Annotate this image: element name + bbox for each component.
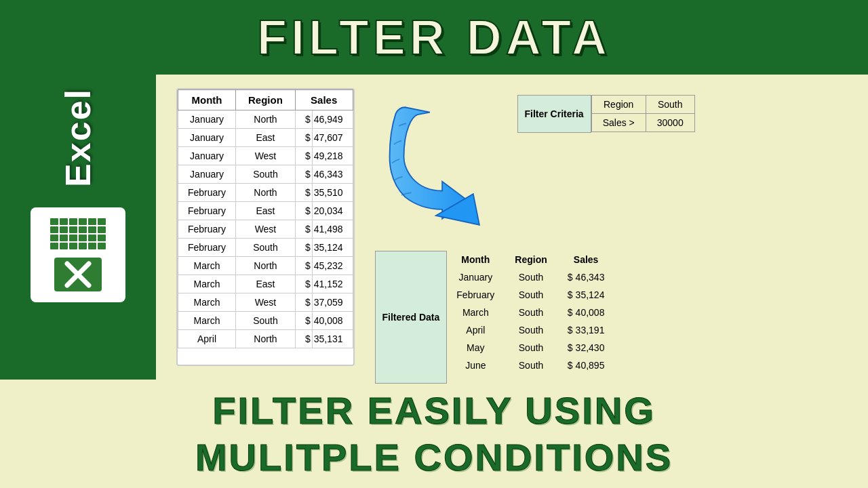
filtered-region: South — [504, 268, 557, 286]
criteria-col2: South — [646, 96, 694, 114]
cell-sales: 41,498 — [312, 220, 353, 239]
cell-dollar: $ — [295, 165, 312, 184]
filtered-sales: 40,008 — [574, 304, 614, 321]
filtered-col-month: Month — [447, 251, 504, 268]
grid-cell — [98, 226, 106, 233]
filtered-region: South — [504, 304, 557, 321]
cell-region: East — [236, 129, 296, 147]
filtered-data-label: Filtered Data — [375, 251, 448, 384]
filtered-dollar: $ — [558, 268, 574, 286]
cell-dollar: $ — [295, 220, 312, 239]
cell-sales: 35,124 — [312, 239, 353, 257]
cell-month: February — [178, 184, 236, 202]
filtered-month: February — [447, 286, 504, 304]
left-sidebar: Excel — [0, 75, 156, 380]
cell-sales: 40,008 — [312, 312, 353, 330]
grid-cell — [69, 218, 77, 225]
filtered-month: April — [447, 321, 504, 339]
filtered-row: June South $ 40,895 — [447, 357, 614, 374]
spreadsheet-table: Month Region Sales January North $ 46,94… — [178, 89, 353, 348]
grid-cell — [50, 243, 58, 249]
criteria-col1: Region — [591, 96, 646, 114]
cell-dollar: $ — [295, 202, 312, 220]
cell-region: East — [236, 202, 296, 220]
grid-cell — [50, 218, 58, 225]
grid-cell — [60, 235, 68, 241]
table-row: March West $ 37,059 — [178, 293, 353, 312]
filtered-month: March — [447, 304, 504, 321]
table-row: February West $ 41,498 — [178, 220, 353, 239]
cell-region: North — [236, 257, 296, 275]
grid-cell — [88, 218, 96, 225]
table-row: January West $ 49,218 — [178, 147, 353, 165]
cell-dollar: $ — [295, 110, 312, 129]
spreadsheet-container: Month Region Sales January North $ 46,94… — [176, 88, 355, 366]
filtered-dollar: $ — [558, 357, 574, 374]
cell-sales: 49,218 — [312, 147, 353, 165]
grid-cell — [98, 235, 106, 241]
grid-cell — [79, 235, 87, 241]
excel-grid-icon — [50, 218, 106, 249]
cell-region: West — [236, 293, 296, 312]
grid-cell — [79, 218, 87, 225]
col-header-region: Region — [236, 90, 296, 110]
table-row: February North $ 35,510 — [178, 184, 353, 202]
filtered-row: January South $ 46,343 — [447, 268, 614, 286]
table-row: March South $ 40,008 — [178, 312, 353, 330]
grid-cell — [60, 243, 68, 249]
cell-sales: 45,232 — [312, 257, 353, 275]
cell-month: March — [178, 257, 236, 275]
grid-cell — [69, 226, 77, 233]
bottom-section: FILTER EASILY USING MULITPLE CONDITIONS — [0, 380, 868, 488]
filtered-sales: 33,191 — [574, 321, 614, 339]
cell-region: South — [236, 312, 296, 330]
grid-cell — [60, 226, 68, 233]
grid-cell — [69, 243, 77, 249]
filtered-col-region: Region — [504, 251, 557, 268]
table-row: February East $ 20,034 — [178, 202, 353, 220]
col-header-sales: Sales — [295, 90, 353, 110]
filtered-month: June — [447, 357, 504, 374]
cell-dollar: $ — [295, 312, 312, 330]
excel-x-icon — [54, 258, 102, 291]
blue-arrow-icon — [375, 95, 497, 237]
filtered-dollar: $ — [558, 304, 574, 321]
filtered-month: May — [447, 339, 504, 357]
cell-dollar: $ — [295, 330, 312, 348]
grid-cell — [50, 235, 58, 241]
cell-sales: 46,949 — [312, 110, 353, 129]
criteria-wrapper: Filter Criteria Region South Sales > 300… — [517, 95, 695, 133]
grid-cell — [60, 218, 68, 225]
cell-region: North — [236, 184, 296, 202]
filtered-sales: 40,895 — [574, 357, 614, 374]
filtered-dollar: $ — [558, 286, 574, 304]
bottom-line1: FILTER EASILY USING — [212, 388, 655, 432]
table-row: March North $ 45,232 — [178, 257, 353, 275]
cell-dollar: $ — [295, 147, 312, 165]
cell-month: February — [178, 239, 236, 257]
cell-month: January — [178, 129, 236, 147]
cell-dollar: $ — [295, 129, 312, 147]
main-title: FILTER DATA — [257, 9, 611, 65]
cell-region: South — [236, 165, 296, 184]
grid-cell — [79, 243, 87, 249]
grid-cell — [88, 226, 96, 233]
cell-dollar: $ — [295, 184, 312, 202]
excel-label: Excel — [58, 88, 98, 187]
cell-sales: 20,034 — [312, 202, 353, 220]
table-row: January South $ 46,343 — [178, 165, 353, 184]
criteria-row: Sales > 30000 — [591, 114, 694, 132]
cell-dollar: $ — [295, 293, 312, 312]
grid-cell — [98, 218, 106, 225]
main-area: Excel — [0, 75, 868, 380]
cell-dollar: $ — [295, 257, 312, 275]
table-row: January North $ 46,949 — [178, 110, 353, 129]
cell-month: February — [178, 202, 236, 220]
filtered-row: March South $ 40,008 — [447, 304, 614, 321]
cell-month: February — [178, 220, 236, 239]
arrow-section: Filter Criteria Region South Sales > 300… — [375, 95, 848, 237]
criteria-col1: Sales > — [591, 114, 646, 132]
filtered-region: South — [504, 339, 557, 357]
filtered-sales: 32,430 — [574, 339, 614, 357]
cell-region: South — [236, 239, 296, 257]
